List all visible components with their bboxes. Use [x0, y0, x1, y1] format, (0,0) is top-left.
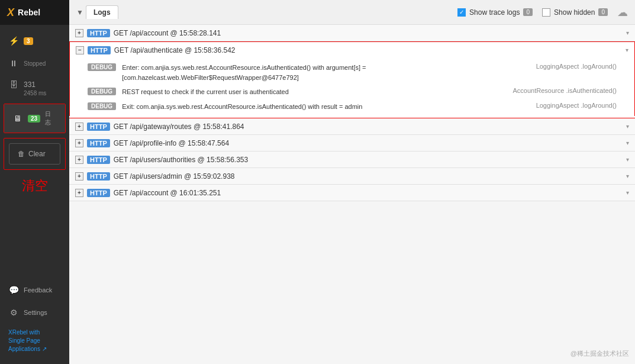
log-path: GET /api/account @ 16:01:35.251: [114, 189, 623, 197]
expand-button[interactable]: +: [75, 139, 83, 147]
app-logo: X Rebel: [0, 0, 69, 25]
feedback-label: Feedback: [24, 286, 52, 294]
logs-tab[interactable]: Logs: [86, 5, 118, 19]
cloud-icon[interactable]: ☁: [617, 6, 628, 19]
sidebar-item-stopped[interactable]: ⏸ Stopped: [0, 52, 69, 75]
sidebar-item-logs-container: 🖥 23 日志: [4, 104, 66, 133]
http-badge: HTTP: [87, 156, 110, 164]
show-trace-count: 0: [523, 8, 533, 16]
log-row[interactable]: + HTTP GET /api/profile-info @ 15:58:47.…: [69, 135, 635, 152]
show-hidden-checkbox[interactable]: [542, 8, 550, 17]
expand-button[interactable]: +: [75, 189, 83, 197]
debug-badge: DEBUG: [88, 63, 116, 71]
show-hidden-label: Show hidden: [554, 8, 595, 17]
debug-row: DEBUG Exit: com.anjia.sys.web.rest.Accou…: [70, 99, 634, 114]
expand-button[interactable]: +: [75, 123, 83, 131]
xrebel-spa-label: XRebel withSingle PageApplications ↗: [8, 329, 47, 352]
debug-text: Enter: com.anjia.sys.web.rest.AccountRes…: [122, 63, 530, 82]
debug-text: REST request to check if the current use…: [122, 87, 507, 97]
chevron-down-icon: ▾: [626, 173, 629, 179]
main-content: ▼ Logs ✓ Show trace logs 0 Show hidden 0…: [69, 0, 635, 364]
topbar: ▼ Logs ✓ Show trace logs 0 Show hidden 0…: [69, 0, 635, 25]
sidebar-bottom: 💬 Feedback ⚙ Settings XRebel withSingle …: [0, 279, 69, 364]
expand-button[interactable]: +: [75, 29, 83, 37]
xrebel-spa-link[interactable]: XRebel withSingle PageApplications ↗: [0, 324, 69, 358]
debug-row: DEBUG REST request to check if the curre…: [70, 85, 634, 99]
debug-section: DEBUG Enter: com.anjia.sys.web.rest.Acco…: [69, 58, 635, 116]
http-badge: HTTP: [87, 139, 110, 147]
logo-rebel: Rebel: [18, 8, 40, 17]
log-path: GET /api/users/admin @ 15:59:02.938: [114, 172, 623, 181]
settings-label: Settings: [24, 309, 47, 316]
chevron-down-icon: ▾: [626, 30, 629, 36]
log-path: GET /api/users/authorities @ 15:58:56.35…: [114, 156, 623, 164]
debug-badge: DEBUG: [88, 102, 116, 110]
expand-button[interactable]: −: [76, 46, 84, 54]
lightning-icon: ⚡: [8, 36, 19, 46]
log-path: GET /api/profile-info @ 15:58:47.564: [114, 139, 623, 147]
debug-row: DEBUG Enter: com.anjia.sys.web.rest.Acco…: [70, 60, 634, 85]
chevron-up-icon: ▾: [626, 47, 628, 53]
db-icon: 🗄: [8, 79, 19, 90]
topbar-title: ▼ Logs: [76, 5, 118, 19]
watermark: @稀土掘金技术社区: [570, 349, 629, 358]
chevron-down-icon: ▾: [626, 140, 629, 146]
log-row[interactable]: − HTTP GET /api/authenticate @ 15:58:36.…: [69, 41, 635, 58]
show-trace-label: Show trace logs: [469, 8, 520, 17]
log-path: GET /api/gateway/routes @ 15:58:41.864: [114, 123, 623, 131]
clear-zh-label: 清空: [0, 172, 69, 199]
show-hidden-control[interactable]: Show hidden 0: [542, 8, 608, 17]
http-badge: HTTP: [87, 29, 110, 37]
http-badge: HTTP: [87, 123, 110, 131]
log-row[interactable]: + HTTP GET /api/users/authorities @ 15:5…: [69, 152, 635, 168]
topbar-controls: ✓ Show trace logs 0 Show hidden 0 ☁: [457, 6, 628, 19]
expand-button[interactable]: +: [75, 156, 83, 164]
stopped-label: Stopped: [24, 60, 46, 67]
log-row[interactable]: + HTTP GET /api/gateway/routes @ 15:58:4…: [69, 118, 635, 135]
clear-btn-container: 🗑 Clear: [4, 138, 66, 170]
http-badge: HTTP: [87, 189, 110, 197]
gear-icon: ⚙: [8, 307, 19, 318]
chevron-down-icon: ▾: [626, 123, 629, 130]
debug-badge: DEBUG: [88, 88, 116, 95]
sidebar-item-settings[interactable]: ⚙ Settings: [0, 301, 69, 324]
sidebar-item-logs[interactable]: 🖥 23 日志: [4, 104, 65, 133]
trash-icon: 🗑: [18, 150, 25, 158]
log-path: GET /api/authenticate @ 15:58:36.542: [114, 46, 622, 54]
debug-method-ref: LoggingAspect .logAround(): [536, 63, 623, 70]
logs-label-zh: 日志: [45, 110, 57, 127]
chevron-down-icon: ▾: [626, 156, 629, 163]
db-time: 2458 ms: [8, 90, 61, 96]
expand-button[interactable]: +: [75, 172, 83, 181]
logs-badge: 23: [28, 115, 40, 123]
log-list: + HTTP GET /api/account @ 15:58:28.141 ▾…: [69, 25, 635, 364]
sidebar-item-db[interactable]: 🗄 331 2458 ms: [0, 75, 69, 101]
show-trace-checkbox[interactable]: ✓: [457, 8, 466, 17]
log-path: GET /api/account @ 15:58:28.141: [114, 29, 623, 37]
sidebar-item-feedback[interactable]: 💬 Feedback: [0, 279, 69, 301]
show-trace-control[interactable]: ✓ Show trace logs 0: [457, 8, 533, 17]
feedback-icon: 💬: [8, 285, 19, 295]
debug-text: Exit: com.anjia.sys.web.rest.AccountReso…: [122, 102, 530, 112]
alerts-badge: 3: [24, 37, 33, 45]
debug-method-ref: AccountResource .isAuthenticated(): [513, 87, 623, 94]
monitor-icon: 🖥: [12, 113, 23, 124]
logo-x: X: [7, 7, 14, 19]
sidebar: X Rebel ⚡ 3 ⏸ Stopped 🗄 331 2458 ms 🖥 23: [0, 0, 69, 364]
show-hidden-count: 0: [598, 8, 608, 16]
log-row[interactable]: + HTTP GET /api/users/admin @ 15:59:02.9…: [69, 168, 635, 185]
pause-icon: ⏸: [8, 58, 19, 69]
http-badge: HTTP: [87, 172, 110, 181]
db-count: 331: [24, 80, 36, 89]
sidebar-item-alerts[interactable]: ⚡ 3: [0, 30, 69, 52]
filter-icon: ▼: [76, 8, 83, 17]
log-row[interactable]: + HTTP GET /api/account @ 16:01:35.251 ▾: [69, 185, 635, 201]
sidebar-nav: ⚡ 3 ⏸ Stopped 🗄 331 2458 ms 🖥 23 日志: [0, 25, 69, 279]
clear-button[interactable]: 🗑 Clear: [9, 143, 60, 165]
log-row[interactable]: + HTTP GET /api/account @ 15:58:28.141 ▾: [69, 25, 635, 41]
chevron-down-icon: ▾: [626, 189, 629, 196]
debug-method-ref: LoggingAspect .logAround(): [536, 102, 623, 109]
clear-label: Clear: [28, 150, 46, 158]
http-badge: HTTP: [88, 46, 111, 54]
